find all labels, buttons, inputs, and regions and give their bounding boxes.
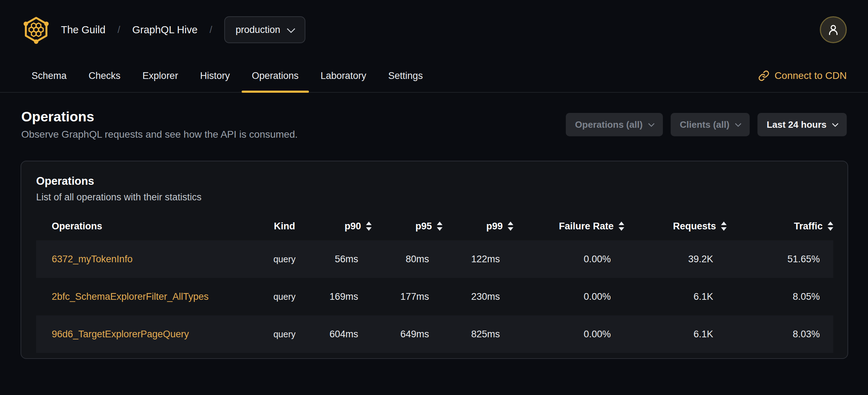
column-header-requests[interactable]: Requests	[624, 212, 727, 240]
operation-link[interactable]: 6372_myTokenInfo	[52, 254, 133, 264]
p95-cell: 1.06s	[372, 353, 443, 359]
p90-cell: 56ms	[316, 240, 372, 278]
failure-rate-cell: 0.96%	[513, 353, 624, 359]
sort-arrows-icon[interactable]	[721, 222, 727, 231]
tab-explorer[interactable]: Explorer	[132, 59, 188, 92]
failure-rate-cell: 0.00%	[513, 315, 624, 353]
card-title: Operations	[36, 175, 833, 188]
page-subtitle: Observe GraphQL requests and see how the…	[21, 129, 298, 140]
column-header-kind: Kind	[253, 212, 316, 240]
table-row: 96d6_TargetExplorerPageQuery query 604ms…	[36, 315, 833, 353]
time-range-label: Last 24 hours	[767, 119, 827, 130]
page-header-text: Operations Observe GraphQL requests and …	[21, 109, 298, 140]
traffic-cell: 7.52%	[727, 353, 833, 359]
kind-cell: mutation	[253, 353, 316, 359]
connect-to-cdn-link[interactable]: Connect to CDN	[758, 59, 847, 92]
requests-cell: 39.2K	[624, 240, 727, 278]
tab-schema[interactable]: Schema	[21, 59, 77, 92]
clients-filter-label: Clients (all)	[680, 119, 729, 130]
column-header-p90[interactable]: p90	[316, 212, 372, 240]
project-nav: Schema Checks Explorer History Operation…	[0, 59, 868, 93]
link-icon	[758, 70, 770, 81]
tab-label: Laboratory	[321, 70, 366, 81]
table-row: 6c00_schemaPublish mutation 678ms 1.06s …	[36, 353, 833, 359]
column-header-p95[interactable]: p95	[372, 212, 443, 240]
tab-label: Schema	[32, 70, 67, 81]
main-content: Operations Observe GraphQL requests and …	[0, 109, 868, 359]
sort-arrows-icon[interactable]	[619, 222, 624, 231]
tab-laboratory[interactable]: Laboratory	[310, 59, 377, 92]
operations-filter-dropdown[interactable]: Operations (all)	[566, 113, 663, 136]
tab-label: Operations	[252, 70, 299, 81]
time-range-dropdown[interactable]: Last 24 hours	[757, 113, 847, 136]
sort-arrows-icon[interactable]	[437, 222, 443, 231]
operation-link[interactable]: 2bfc_SchemaExplorerFilter_AllTypes	[52, 291, 209, 302]
column-header-p99[interactable]: p99	[443, 212, 513, 240]
requests-cell: 5.7K	[624, 353, 727, 359]
breadcrumb-org[interactable]: The Guild	[61, 24, 106, 36]
page-title: Operations	[21, 109, 298, 125]
operations-card: Operations List of all operations with t…	[21, 161, 848, 359]
p95-cell: 649ms	[372, 315, 443, 353]
sort-arrows-icon[interactable]	[366, 222, 372, 231]
column-header-traffic[interactable]: Traffic	[727, 212, 833, 240]
failure-rate-cell: 0.00%	[513, 240, 624, 278]
kind-cell: query	[253, 315, 316, 353]
tab-label: History	[200, 70, 230, 81]
breadcrumb-separator: /	[210, 24, 213, 35]
operation-link[interactable]: 96d6_TargetExplorerPageQuery	[52, 329, 189, 339]
failure-rate-cell: 0.00%	[513, 278, 624, 315]
top-bar: The Guild / GraphQL Hive / production	[0, 0, 868, 59]
traffic-cell: 8.03%	[727, 315, 833, 353]
tab-history[interactable]: History	[190, 59, 240, 92]
tab-checks[interactable]: Checks	[78, 59, 131, 92]
card-subtitle: List of all operations with their statis…	[36, 192, 833, 203]
active-tab-underline	[242, 91, 309, 93]
tab-label: Settings	[388, 70, 423, 81]
breadcrumb-separator: /	[118, 24, 120, 35]
tab-label: Explorer	[142, 70, 178, 81]
chevron-down-icon	[287, 24, 295, 33]
p90-cell: 678ms	[316, 353, 372, 359]
p99-cell: 122ms	[443, 240, 513, 278]
p90-cell: 169ms	[316, 278, 372, 315]
chevron-down-icon	[832, 120, 838, 127]
operations-table: Operations Kind p90 p95 p99 Failure Rate…	[36, 212, 833, 359]
filter-bar: Operations (all) Clients (all) Last 24 h…	[566, 113, 847, 136]
kind-cell: query	[253, 278, 316, 315]
table-row: 6372_myTokenInfo query 56ms 80ms 122ms 0…	[36, 240, 833, 278]
target-selector-dropdown[interactable]: production	[224, 16, 305, 43]
operations-filter-label: Operations (all)	[575, 119, 643, 130]
sort-arrows-icon[interactable]	[828, 222, 833, 231]
p99-cell: 1.98s	[443, 353, 513, 359]
requests-cell: 6.1K	[624, 315, 727, 353]
tab-label: Checks	[89, 70, 120, 81]
sort-arrows-icon[interactable]	[508, 222, 513, 231]
tab-operations[interactable]: Operations	[242, 59, 309, 92]
page-header: Operations Observe GraphQL requests and …	[21, 109, 847, 140]
breadcrumb-project[interactable]: GraphQL Hive	[132, 24, 197, 36]
column-header-operations: Operations	[36, 212, 253, 240]
requests-cell: 6.1K	[624, 278, 727, 315]
person-icon	[827, 23, 840, 36]
breadcrumb: The Guild / GraphQL Hive / production	[61, 16, 305, 43]
p95-cell: 80ms	[372, 240, 443, 278]
p95-cell: 177ms	[372, 278, 443, 315]
p90-cell: 604ms	[316, 315, 372, 353]
traffic-cell: 8.05%	[727, 278, 833, 315]
p99-cell: 230ms	[443, 278, 513, 315]
user-avatar-button[interactable]	[820, 16, 847, 43]
chevron-down-icon	[648, 120, 654, 127]
connect-to-cdn-label: Connect to CDN	[774, 70, 847, 81]
traffic-cell: 51.65%	[727, 240, 833, 278]
tab-settings[interactable]: Settings	[378, 59, 433, 92]
table-header-row: Operations Kind p90 p95 p99 Failure Rate…	[36, 212, 833, 240]
kind-cell: query	[253, 240, 316, 278]
column-header-failure-rate[interactable]: Failure Rate	[513, 212, 624, 240]
hive-logo-icon	[21, 15, 51, 45]
target-selector-value: production	[236, 24, 280, 35]
table-row: 2bfc_SchemaExplorerFilter_AllTypes query…	[36, 278, 833, 315]
clients-filter-dropdown[interactable]: Clients (all)	[671, 113, 750, 136]
p99-cell: 825ms	[443, 315, 513, 353]
tab-list: Schema Checks Explorer History Operation…	[21, 59, 433, 92]
